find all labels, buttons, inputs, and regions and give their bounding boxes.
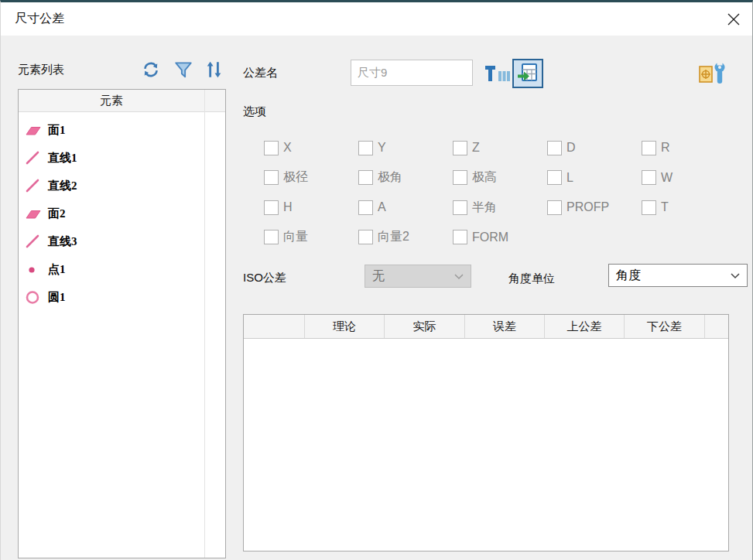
list-item-line3[interactable]: 直线3 — [19, 227, 225, 255]
checkbox-label: H — [283, 200, 293, 214]
line-icon — [25, 234, 42, 249]
checkbox-label: FORM — [472, 230, 508, 244]
checkbox-r[interactable]: R — [642, 141, 736, 155]
result-table-header: 理论 实际 误差 上公差 下公差 — [244, 315, 728, 339]
line-icon — [25, 150, 42, 166]
checkbox-t[interactable]: T — [642, 200, 736, 215]
plane-icon — [25, 206, 42, 221]
checkbox-z[interactable]: Z — [453, 141, 547, 155]
checkbox-label: R — [661, 141, 670, 155]
checkbox-label: 极高 — [472, 169, 497, 186]
checkbox-half-angle[interactable]: 半角 — [453, 200, 547, 216]
list-item-point1[interactable]: 点1 — [19, 255, 225, 283]
titlebar: 尺寸公差 — [1, 2, 752, 36]
column-header-lower-tolerance: 下公差 — [625, 315, 705, 338]
element-list: 元素 面1 直线1 直线2 — [18, 89, 226, 558]
chevron-down-icon — [454, 274, 464, 280]
element-list-header: 元素 — [19, 90, 225, 112]
list-item-label: 圆1 — [48, 290, 66, 305]
list-item-line2[interactable]: 直线2 — [19, 172, 225, 200]
checkbox-profp[interactable]: PROFP — [547, 200, 642, 215]
checkbox-vector2[interactable]: 向量2 — [358, 229, 453, 245]
checkbox-vector[interactable]: 向量 — [264, 229, 358, 245]
checkbox-y[interactable]: Y — [358, 141, 453, 155]
element-list-title: 元素列表 — [18, 63, 64, 77]
line-icon — [25, 178, 42, 193]
checkbox-box — [453, 230, 467, 244]
checkbox-box — [358, 141, 373, 155]
list-item-label: 面2 — [48, 207, 66, 221]
checkbox-box — [264, 170, 279, 185]
tolerance-result-table: 理论 实际 误差 上公差 下公差 — [243, 314, 729, 551]
tolerance-name-input[interactable] — [351, 60, 473, 86]
checkbox-box — [642, 200, 656, 215]
sort-icon[interactable] — [204, 60, 224, 80]
list-item-label: 点1 — [48, 262, 66, 277]
options-checkbox-grid: X Y Z D R 极径 极角 极高 L W H A 半角 PROFP T 向量… — [264, 133, 736, 252]
column-header-rowlabel — [244, 315, 305, 338]
checkbox-label: T — [661, 200, 669, 214]
checkbox-label: 半角 — [472, 200, 497, 216]
close-icon[interactable] — [726, 12, 741, 27]
checkbox-l[interactable]: L — [547, 170, 642, 185]
iso-tolerance-select: 无 — [365, 265, 471, 288]
checkbox-label: PROFP — [566, 200, 609, 214]
iso-tolerance-value: 无 — [372, 268, 385, 285]
checkbox-label: Z — [472, 141, 480, 155]
checkbox-box — [547, 170, 562, 185]
column-header-error: 误差 — [465, 315, 545, 338]
checkbox-polar-radius[interactable]: 极径 — [264, 169, 358, 186]
angle-unit-select[interactable]: 角度 — [608, 264, 748, 287]
checkbox-label: A — [378, 200, 386, 214]
point-icon — [25, 261, 42, 277]
column-header-theoretical: 理论 — [305, 315, 385, 338]
refresh-icon[interactable] — [141, 60, 161, 80]
checkbox-box — [453, 200, 467, 215]
element-column-header: 元素 — [19, 90, 204, 112]
checkbox-box — [547, 141, 562, 155]
checkbox-label: 极角 — [378, 169, 402, 186]
filter-icon[interactable] — [173, 60, 193, 80]
checkbox-d[interactable]: D — [547, 141, 642, 155]
list-item-plane1[interactable]: 面1 — [19, 116, 225, 144]
checkbox-h[interactable]: H — [264, 200, 358, 215]
checkbox-w[interactable]: W — [642, 170, 736, 185]
checkbox-label: W — [661, 171, 673, 185]
iso-tolerance-label: ISO公差 — [243, 271, 286, 285]
plane-icon — [25, 122, 42, 138]
checkbox-box — [358, 200, 373, 215]
checkbox-box — [642, 170, 656, 185]
list-item-circle1[interactable]: 圆1 — [19, 283, 225, 311]
column-header-upper-tolerance: 上公差 — [545, 315, 625, 338]
dimension-tolerance-dialog: 尺寸公差 元素列表 元素 — [0, 0, 753, 560]
checkbox-polar-height[interactable]: 极高 — [453, 169, 547, 186]
checkbox-box — [358, 170, 373, 185]
checkbox-x[interactable]: X — [264, 141, 358, 155]
column-header-actual: 实际 — [385, 315, 465, 338]
column-header-spacer — [705, 315, 728, 338]
list-item-plane2[interactable]: 面2 — [19, 200, 225, 227]
angle-unit-label: 角度单位 — [508, 271, 555, 286]
checkbox-box — [358, 230, 373, 244]
checkbox-box — [547, 200, 562, 215]
report-settings-icon[interactable] — [698, 60, 729, 84]
checkbox-label: 极径 — [283, 169, 308, 186]
checkbox-form[interactable]: FORM — [453, 230, 547, 244]
table-import-icon — [517, 63, 539, 84]
tolerance-text-icon[interactable] — [484, 63, 511, 84]
checkbox-a[interactable]: A — [358, 200, 453, 215]
checkbox-box — [453, 141, 467, 155]
checkbox-label: X — [283, 141, 292, 155]
checkbox-box — [642, 141, 656, 155]
checkbox-box — [264, 200, 279, 215]
dialog-title: 尺寸公差 — [15, 11, 64, 27]
circle-icon — [25, 289, 42, 305]
checkbox-box — [453, 170, 467, 185]
options-label: 选项 — [243, 104, 266, 119]
chevron-down-icon — [731, 273, 740, 279]
checkbox-polar-angle[interactable]: 极角 — [358, 169, 453, 186]
checkbox-label: Y — [378, 141, 386, 155]
checkbox-box — [264, 141, 279, 155]
insert-to-table-button[interactable] — [512, 59, 543, 88]
list-item-line1[interactable]: 直线1 — [19, 144, 225, 172]
